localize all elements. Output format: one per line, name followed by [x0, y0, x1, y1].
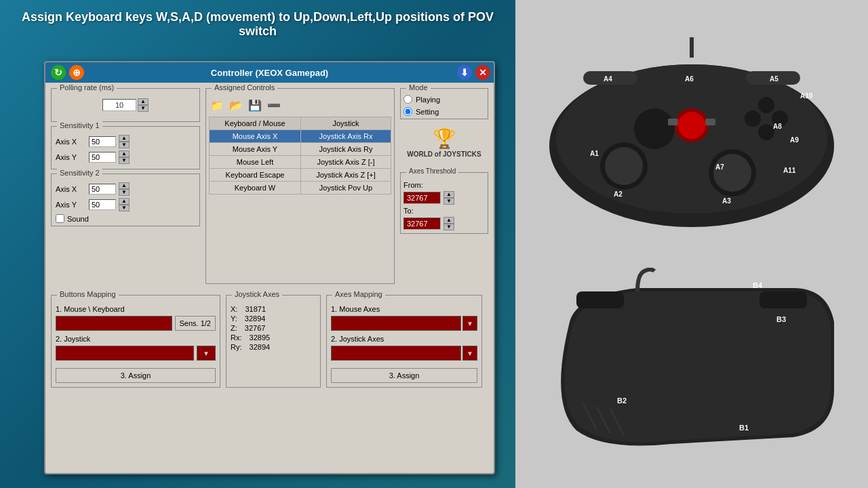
- sens1-axis-x-label: Axis X: [56, 138, 86, 146]
- threshold-from-input[interactable]: [403, 192, 441, 204]
- sens1-axis-x-spinner: ▲ ▼: [119, 135, 130, 148]
- sound-checkbox[interactable]: [56, 214, 64, 223]
- sens2-axis-y-input[interactable]: [89, 199, 116, 210]
- sens2-axis-x-up[interactable]: ▲: [119, 182, 130, 189]
- svg-text:A6: A6: [685, 75, 694, 83]
- svg-rect-16: [668, 119, 678, 125]
- svg-text:B4: B4: [753, 281, 763, 289]
- right-panel: A1 A2 A3 A4 A5 A6 A7 A8 A9 A10 A11: [515, 0, 868, 488]
- joystick-axes-panel: Joystick Axes X: 31871 Y: 32894 Z: 32767: [226, 295, 321, 388]
- polling-rate-panel: Polling rate (ms) 10 ▲ ▼: [51, 88, 200, 122]
- sens1-axis-y-input[interactable]: [89, 152, 116, 163]
- mode-setting-radio[interactable]: [403, 107, 412, 116]
- refresh-icon[interactable]: ↻: [51, 65, 66, 80]
- sens2-axis-x-spinner: ▲ ▼: [119, 182, 130, 196]
- am-joystick-dropdown-arrow[interactable]: ▼: [462, 346, 477, 361]
- axis-x-value: 31871: [245, 305, 266, 313]
- sens1-axis-y-up[interactable]: ▲: [119, 150, 130, 157]
- am-mouse-arrow-icon: ▼: [467, 320, 473, 327]
- am-section1-label: 1. Mouse Axes: [331, 305, 477, 313]
- mode-playing-radio[interactable]: [403, 95, 412, 104]
- polling-rate-down[interactable]: ▼: [138, 105, 149, 112]
- svg-text:A5: A5: [770, 75, 778, 83]
- am-joystick-arrow-icon: ▼: [467, 350, 473, 357]
- svg-text:B1: B1: [739, 424, 749, 432]
- save-file-btn[interactable]: 💾: [247, 97, 263, 113]
- threshold-to-up[interactable]: ▲: [443, 217, 454, 224]
- am-joystick-axes-dropdown[interactable]: [331, 346, 461, 361]
- bm-section1-label: 1. Mouse \ Keyboard: [56, 305, 216, 313]
- table-row[interactable]: Mouse Left Joystick Axis Z [-]: [210, 156, 391, 169]
- mode-playing-label: Playing: [416, 96, 440, 104]
- window-title: Controller (XEOX Gamepad): [211, 68, 328, 78]
- table-cell-keyboard: Keyboard Escape: [210, 169, 301, 182]
- table-cell-keyboard: Mouse Axis X: [210, 130, 301, 143]
- sens2-axis-y-up[interactable]: ▲: [119, 198, 130, 205]
- polling-rate-input[interactable]: 10: [102, 99, 136, 111]
- gamepad-top-image: A1 A2 A3 A4 A5 A6 A7 A8 A9 A10 A11: [536, 30, 848, 234]
- table-row[interactable]: Keyboard W Joystick Pov Up: [210, 182, 391, 195]
- threshold-to-label: To:: [403, 207, 414, 215]
- bm-section2-label: 2. Joystick: [56, 335, 216, 343]
- help-icon[interactable]: ⊕: [69, 65, 84, 80]
- svg-text:B3: B3: [776, 315, 786, 323]
- axis-x-label: X:: [231, 305, 237, 313]
- svg-point-10: [758, 97, 774, 113]
- sens1-axis-y-down[interactable]: ▼: [119, 157, 130, 164]
- axes-mapping-label: Axes Mapping: [332, 290, 385, 298]
- sens2-axis-x-label: Axis X: [56, 185, 86, 193]
- svg-text:A2: A2: [614, 190, 623, 198]
- table-row[interactable]: Mouse Axis X Joystick Axis Rx: [210, 130, 391, 143]
- buttons-assign-button[interactable]: 3. Assign: [56, 368, 216, 383]
- threshold-to-down[interactable]: ▼: [443, 224, 454, 230]
- sens-12-button[interactable]: Sens. 1/2: [175, 316, 216, 331]
- sens1-axis-x-down[interactable]: ▼: [119, 142, 130, 148]
- table-cell-joystick: Joystick Axis Z [-]: [300, 156, 391, 169]
- threshold-from-down[interactable]: ▼: [443, 198, 454, 205]
- table-cell-joystick: Joystick Axis Rx: [300, 130, 391, 143]
- main-window: ↻ ⊕ Controller (XEOX Gamepad) ⬇ ✕ Pollin…: [44, 61, 495, 474]
- sens2-axis-y-spinner: ▲ ▼: [119, 198, 130, 211]
- axes-assign-button[interactable]: 3. Assign: [331, 368, 477, 383]
- axis-rx-value: 32895: [250, 333, 271, 342]
- open-file-btn[interactable]: 📂: [228, 97, 244, 113]
- bm-keyboard-input[interactable]: [56, 316, 172, 331]
- bm-joystick-dropdown[interactable]: ▼: [197, 346, 216, 361]
- am-mouse-dropdown-arrow[interactable]: ▼: [462, 316, 477, 331]
- svg-text:A3: A3: [722, 197, 731, 205]
- sens2-axis-x-input[interactable]: [89, 184, 116, 195]
- delete-btn[interactable]: ➖: [266, 97, 282, 113]
- col-keyboard-header: Keyboard / Mouse: [210, 117, 301, 130]
- table-cell-keyboard: Mouse Left: [210, 156, 301, 169]
- axis-z-label: Z:: [231, 324, 237, 332]
- polling-rate-up[interactable]: ▲: [138, 98, 149, 105]
- brand-area: 🏆 WORLD of JOYSTICKS: [400, 123, 488, 163]
- sens2-axis-x-down[interactable]: ▼: [119, 189, 130, 196]
- sens1-axis-x-up[interactable]: ▲: [119, 135, 130, 142]
- bm-dropdown-arrow: ▼: [203, 350, 210, 357]
- buttons-mapping-label: Buttons Mapping: [57, 290, 119, 298]
- close-icon[interactable]: ✕: [475, 65, 490, 80]
- table-cell-joystick: Joystick Axis Z [+]: [300, 169, 391, 182]
- svg-text:A1: A1: [590, 150, 599, 157]
- joystick-axes-label: Joystick Axes: [232, 290, 282, 298]
- svg-point-13: [758, 124, 774, 140]
- sens2-axis-y-down[interactable]: ▼: [119, 205, 130, 211]
- mode-panel: Mode Playing Setting: [400, 88, 488, 119]
- table-cell-joystick: Joystick Pov Up: [300, 182, 391, 195]
- brand-text: WORLD of JOYSTICKS: [404, 150, 484, 159]
- threshold-to-input[interactable]: [403, 218, 441, 230]
- table-row[interactable]: Keyboard Escape Joystick Axis Z [+]: [210, 169, 391, 182]
- bm-joystick-input[interactable]: [56, 346, 194, 361]
- sensitivity1-panel: Sensitivity 1 Axis X ▲ ▼ Axis Y: [51, 126, 200, 169]
- table-row[interactable]: Mouse Axis Y Joystick Axis Ry: [210, 143, 391, 156]
- svg-point-4: [605, 147, 643, 185]
- am-mouse-axes-dropdown[interactable]: [331, 316, 461, 331]
- threshold-from-up[interactable]: ▲: [443, 191, 454, 198]
- svg-text:A9: A9: [790, 136, 799, 144]
- svg-text:A7: A7: [715, 163, 724, 171]
- buttons-mapping-panel: Buttons Mapping 1. Mouse \ Keyboard Sens…: [51, 295, 220, 388]
- new-file-btn[interactable]: 📁: [209, 97, 225, 113]
- sens1-axis-x-input[interactable]: [89, 136, 116, 147]
- download-icon[interactable]: ⬇: [457, 65, 472, 80]
